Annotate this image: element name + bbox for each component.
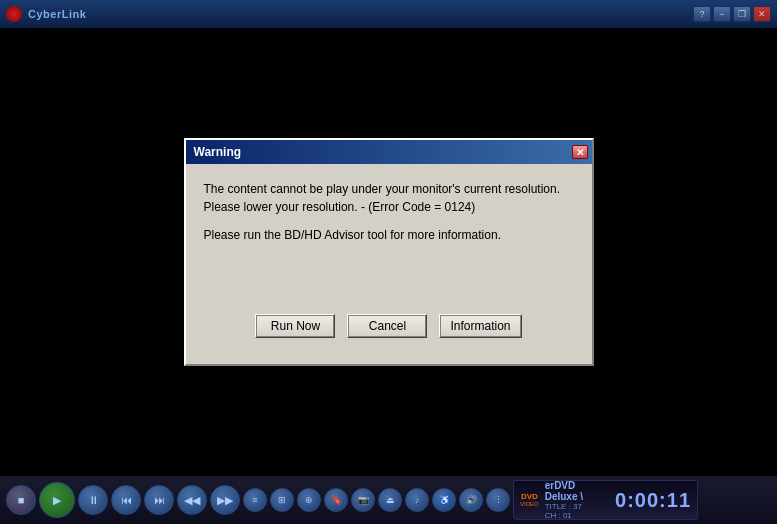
dialog-title: Warning <box>194 145 242 159</box>
dvd-title-section: erDVD Deluxe \ TITLE : 37 CH : 01 <box>545 480 609 520</box>
dvd-time-display: 0:00:11 <box>615 489 691 512</box>
snapshot-button[interactable]: 📷 <box>351 488 375 512</box>
dialog-body: The content cannot be play under your mo… <box>186 164 592 364</box>
eject-button[interactable]: ⏏ <box>378 488 402 512</box>
volume-button[interactable]: 🔊 <box>459 488 483 512</box>
dvd-chapter-info: CH : 01 <box>545 511 609 520</box>
cancel-button[interactable]: Cancel <box>347 314 427 338</box>
warning-dialog: Warning ✕ The content cannot be play und… <box>184 138 594 366</box>
minimize-button[interactable]: − <box>713 6 731 22</box>
dvd-label: DVD <box>521 493 538 501</box>
window-controls: ? − ❐ ✕ <box>693 6 771 22</box>
menu-button[interactable]: ≡ <box>243 488 267 512</box>
restore-button[interactable]: ❐ <box>733 6 751 22</box>
play-button[interactable]: ▶ <box>39 482 75 518</box>
bookmark-button[interactable]: 🔖 <box>324 488 348 512</box>
dvd-info-panel: DVD VIDEO erDVD Deluxe \ TITLE : 37 CH :… <box>513 480 698 520</box>
run-now-button[interactable]: Run Now <box>255 314 335 338</box>
app-logo-icon <box>6 6 22 22</box>
display-button[interactable]: ⊞ <box>270 488 294 512</box>
audio-button[interactable]: ♪ <box>405 488 429 512</box>
dialog-close-button[interactable]: ✕ <box>572 145 588 159</box>
stop-button[interactable]: ■ <box>6 485 36 515</box>
information-button[interactable]: Information <box>439 314 521 338</box>
dialog-message2: Please run the BD/HD Advisor tool for mo… <box>204 226 574 244</box>
help-button[interactable]: ? <box>693 6 711 22</box>
rewind-button[interactable]: ◀◀ <box>177 485 207 515</box>
forward-button[interactable]: ▶▶ <box>210 485 240 515</box>
app-title: CyberLink <box>28 8 86 20</box>
zoom-button[interactable]: ⊕ <box>297 488 321 512</box>
dvd-video-label: VIDEO <box>520 501 539 507</box>
title-bar: CyberLink ? − ❐ ✕ <box>0 0 777 28</box>
video-area: Warning ✕ The content cannot be play und… <box>0 28 777 476</box>
dvd-app-name: erDVD Deluxe \ <box>545 480 609 502</box>
control-bar: ■ ▶ ⏸ ⏮ ⏭ ◀◀ ▶▶ ≡ ⊞ ⊕ 🔖 📷 ⏏ ♪ ♿ 🔊 ⋮ DVD … <box>0 476 777 524</box>
top-bar-left: CyberLink <box>6 6 86 22</box>
pause-button[interactable]: ⏸ <box>78 485 108 515</box>
dvd-logo: DVD VIDEO <box>520 493 539 507</box>
prev-chapter-button[interactable]: ⏮ <box>111 485 141 515</box>
dialog-message1: The content cannot be play under your mo… <box>204 180 574 216</box>
accessibility-button[interactable]: ♿ <box>432 488 456 512</box>
dvd-title-info: TITLE : 37 <box>545 502 609 511</box>
dialog-spacer <box>204 264 574 304</box>
dialog-titlebar: Warning ✕ <box>186 140 592 164</box>
more-button[interactable]: ⋮ <box>486 488 510 512</box>
close-button[interactable]: ✕ <box>753 6 771 22</box>
dialog-overlay: Warning ✕ The content cannot be play und… <box>0 28 777 476</box>
dialog-buttons: Run Now Cancel Information <box>204 304 574 352</box>
next-chapter-button[interactable]: ⏭ <box>144 485 174 515</box>
